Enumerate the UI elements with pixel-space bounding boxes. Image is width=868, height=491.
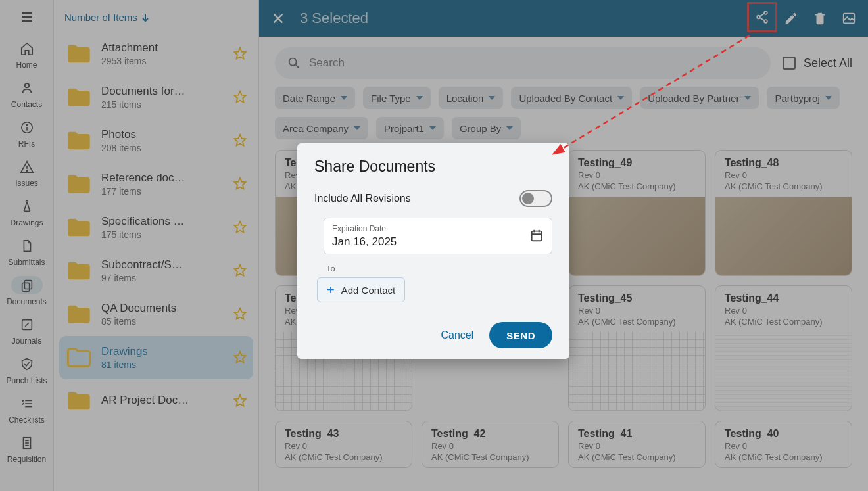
include-revisions-label: Include All Revisions	[314, 193, 411, 204]
include-revisions-toggle[interactable]	[519, 190, 552, 207]
modal-title: Share Documents	[314, 158, 552, 175]
send-button[interactable]: SEND	[489, 322, 552, 348]
expiration-date-label: Expiration Date	[332, 224, 386, 233]
svg-rect-31	[532, 231, 542, 241]
cancel-button[interactable]: Cancel	[441, 329, 474, 341]
add-contact-label: Add Contact	[341, 285, 396, 296]
expiration-date-value: Jan 16, 2025	[332, 235, 529, 248]
plus-icon: +	[327, 283, 335, 298]
to-label: To	[326, 264, 552, 273]
share-documents-modal: Share Documents Include All Revisions Ex…	[297, 143, 569, 359]
expiration-date-field[interactable]: Expiration Date Jan 16, 2025	[324, 218, 552, 254]
calendar-icon[interactable]	[529, 228, 544, 243]
add-contact-button[interactable]: + Add Contact	[317, 277, 405, 302]
